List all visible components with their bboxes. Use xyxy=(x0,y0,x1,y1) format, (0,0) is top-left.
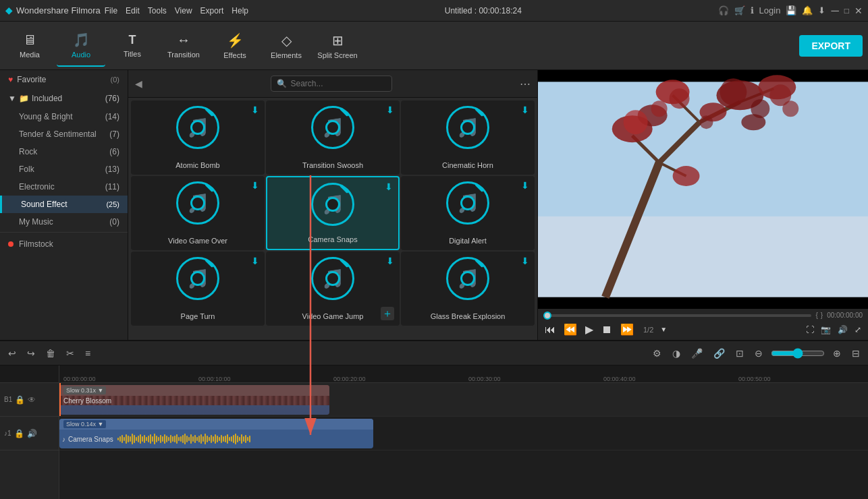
cart-icon[interactable]: 🛒 xyxy=(734,5,745,16)
timeline-tracks: 00:00:00:00 00:00:10:00 00:00:20:00 00:0… xyxy=(59,365,868,499)
download-icon-video-game-jump[interactable]: ⬇ xyxy=(386,256,394,266)
sidebar-item-young-bright[interactable]: Young & Bright (14) xyxy=(0,108,128,125)
download-icon-camera-snaps[interactable]: ⬇ xyxy=(385,181,393,192)
step-back-button[interactable]: ⏪ xyxy=(562,322,578,337)
tab-audio[interactable]: 🎵 Audio xyxy=(57,25,105,67)
audio-card-video-game-jump[interactable]: ⬇ 🎵 Video Game Jump ＋ xyxy=(266,252,400,326)
settings-icon[interactable]: ⚙ xyxy=(650,345,664,361)
audio-clip-label: Camera Snaps xyxy=(68,436,113,443)
waveform-bar xyxy=(202,436,204,442)
audio-card-video-game-over[interactable]: ⬇ 🎵 Video Game Over xyxy=(131,176,265,250)
visibility-icon-1[interactable]: 👁 xyxy=(28,395,36,405)
add-to-timeline-icon[interactable]: ＋ xyxy=(381,307,394,320)
audio-card-digital-alert[interactable]: ⬇ 🎵 Digital Alert xyxy=(401,176,535,250)
audio-card-atomic-bomb[interactable]: ⬇ 🎵 Atomic Bomb xyxy=(131,100,265,175)
settings-tl-button[interactable]: ≡ xyxy=(82,345,93,361)
menu-tools[interactable]: Tools xyxy=(148,6,167,16)
arrow-left-nav[interactable]: ◀ xyxy=(135,78,142,89)
progress-thumb[interactable] xyxy=(543,312,551,320)
audio-card-cinematic-horn[interactable]: ⬇ 🎵 Cinematic Horn xyxy=(401,100,535,175)
step-forward-button[interactable]: ⏩ xyxy=(619,322,635,337)
lock-icon-2[interactable]: 🔒 xyxy=(14,429,24,438)
tab-splitscreen[interactable]: ⊞ Split Screen xyxy=(313,25,362,67)
tab-effects[interactable]: ⚡ Effects xyxy=(211,25,259,67)
mask-icon[interactable]: ◑ xyxy=(670,345,683,361)
waveform-bar xyxy=(176,434,178,444)
zoom-in-icon[interactable]: ⊕ xyxy=(830,345,844,361)
skip-back-button[interactable]: ⏮ xyxy=(543,322,557,337)
export-button[interactable]: EXPORT xyxy=(799,35,863,57)
tab-elements[interactable]: ◇ Elements xyxy=(262,25,310,67)
delete-button[interactable]: 🗑 xyxy=(43,345,58,361)
video-game-jump-label: Video Game Jump xyxy=(302,312,364,320)
zoom-out-icon[interactable]: ⊖ xyxy=(752,345,765,361)
save-icon[interactable]: 💾 xyxy=(786,5,796,16)
login-button[interactable]: Login xyxy=(759,5,781,16)
play-button[interactable]: ▶ xyxy=(584,322,595,337)
page-down-button[interactable]: ▼ xyxy=(659,324,668,334)
audio-card-glass-break[interactable]: ⬇ 🎵 Glass Break Explosion xyxy=(401,252,535,326)
sidebar-item-folk[interactable]: Folk (13) xyxy=(0,160,128,178)
sidebar-item-rock[interactable]: Rock (6) xyxy=(0,143,128,160)
minimize-icon[interactable]: ─ xyxy=(831,5,838,17)
fullscreen-button[interactable]: ⛶ xyxy=(805,324,815,336)
expand-icon[interactable]: ⊟ xyxy=(849,345,863,361)
audio-card-page-turn[interactable]: ⬇ 🎵 Page Turn xyxy=(131,252,265,326)
volume-icon-2[interactable]: 🔊 xyxy=(27,429,37,438)
menu-file[interactable]: File xyxy=(105,6,117,16)
sidebar-item-sound-effect[interactable]: Sound Effect (25) xyxy=(0,196,128,213)
menu-help[interactable]: Help xyxy=(232,6,248,16)
close-icon[interactable]: ✕ xyxy=(855,5,863,16)
sidebar-item-filmstock[interactable]: Filmstock xyxy=(0,234,128,254)
download-icon-video-game-over[interactable]: ⬇ xyxy=(251,180,259,191)
audio-clip-camera-snaps[interactable]: Slow 0.14x ▼ ♪ Camera Snaps xyxy=(59,419,373,448)
tab-transition[interactable]: ↔ Transition xyxy=(159,25,208,67)
notification-icon[interactable]: 🔔 xyxy=(802,5,813,16)
info-icon[interactable]: ℹ xyxy=(751,5,754,16)
download-icon-transition-swoosh[interactable]: ⬇ xyxy=(386,105,394,115)
settings-button[interactable]: ⤢ xyxy=(853,324,863,336)
waveform-bar xyxy=(205,434,206,444)
toolbar: 🖥 Media 🎵 Audio T Titles ↔ Transition ⚡ … xyxy=(0,22,868,70)
tab-media[interactable]: 🖥 Media xyxy=(5,25,54,67)
redo-button[interactable]: ↪ xyxy=(24,345,38,361)
menu-export[interactable]: Export xyxy=(200,6,224,16)
video-clip-cherry-blossom[interactable]: Slow 0.31x ▼ Cherry Blossom xyxy=(59,385,329,415)
connect-icon[interactable]: 🔗 xyxy=(711,345,728,361)
download-icon-digital-alert[interactable]: ⬇ xyxy=(521,180,529,191)
sidebar-item-favorite[interactable]: ♥ Favorite (0) xyxy=(0,70,128,89)
music-icon-cinematic-horn: 🎵 xyxy=(446,106,489,149)
sidebar-item-my-music[interactable]: My Music (0) xyxy=(0,213,128,231)
zoom-slider[interactable] xyxy=(771,348,825,359)
headset-icon[interactable]: 🎧 xyxy=(718,5,729,16)
svg-rect-0 xyxy=(538,82,868,230)
menu-view[interactable]: View xyxy=(175,6,192,16)
undo-button[interactable]: ↩ xyxy=(5,345,19,361)
search-input[interactable] xyxy=(291,79,372,88)
pip-icon[interactable]: ⊡ xyxy=(733,345,747,361)
download-icon-cinematic-horn[interactable]: ⬇ xyxy=(521,105,529,115)
cut-button[interactable]: ✂ xyxy=(63,345,77,361)
sidebar-section-included[interactable]: ▼ 📁 Included (76) xyxy=(0,89,128,108)
stop-button[interactable]: ⏹ xyxy=(600,322,614,337)
maximize-icon[interactable]: □ xyxy=(844,6,849,16)
sidebar-item-electronic[interactable]: Electronic (11) xyxy=(0,178,128,196)
sidebar-item-tender-sentimental[interactable]: Tender & Sentimental (7) xyxy=(0,125,128,143)
app-name: Wondershare Filmora xyxy=(16,5,101,16)
audio-card-transition-swoosh[interactable]: ⬇ 🎵 Transition Swoosh xyxy=(266,100,400,175)
download-icon[interactable]: ⬇ xyxy=(818,5,825,16)
download-icon-atomic-bomb[interactable]: ⬇ xyxy=(251,105,259,115)
progress-bar[interactable] xyxy=(543,314,811,317)
audio-card-camera-snaps[interactable]: ⬇ 🎵 Camera Snaps xyxy=(266,176,400,250)
timeline-ruler: 00:00:00:00 00:00:10:00 00:00:20:00 00:0… xyxy=(59,365,868,383)
screenshot-button[interactable]: 📷 xyxy=(819,324,832,336)
mic-icon[interactable]: 🎤 xyxy=(688,345,705,361)
lock-icon-1[interactable]: 🔒 xyxy=(15,395,25,405)
volume-button[interactable]: 🔊 xyxy=(836,324,849,336)
menu-edit[interactable]: Edit xyxy=(126,6,140,16)
download-icon-page-turn[interactable]: ⬇ xyxy=(251,256,259,266)
folder-icon: 📁 xyxy=(19,94,29,103)
download-icon-glass-break[interactable]: ⬇ xyxy=(521,256,529,266)
grid-toggle-button[interactable]: ⋯ xyxy=(520,78,531,90)
tab-titles[interactable]: T Titles xyxy=(108,25,157,67)
